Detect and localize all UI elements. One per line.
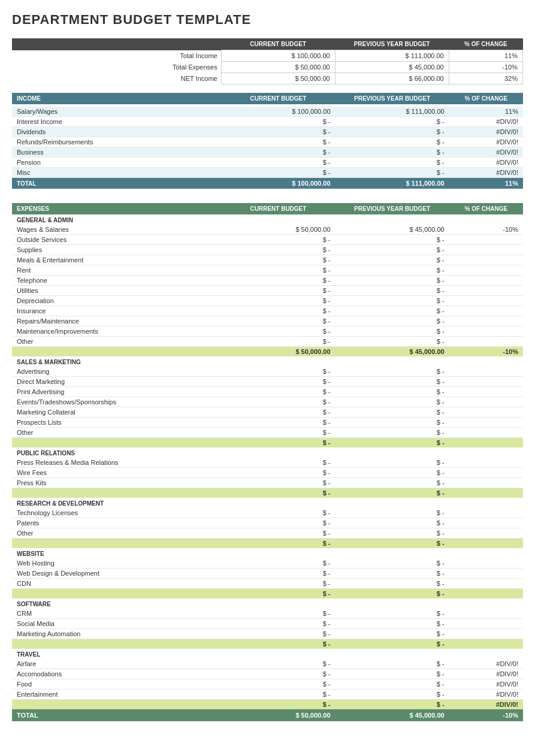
ga-repairs-change [449, 316, 523, 326]
rd-other-previous: $ - [335, 528, 449, 539]
ga-row-depreciation: Depreciation $ - $ - [12, 296, 523, 306]
web-subtotal-label [12, 589, 221, 599]
sm-print-change [449, 387, 523, 397]
ga-repairs-label: Repairs/Maintenance [12, 316, 221, 326]
tr-entertainment-previous: $ - [335, 690, 449, 700]
pr-press-label: Press Releases & Media Relations [12, 458, 221, 468]
sm-advertising-previous: $ - [335, 367, 449, 377]
income-misc-previous: $ - [335, 168, 449, 178]
ga-supplies-current: $ - [221, 245, 335, 255]
ga-row-maintenance: Maintenance/Improvements $ - $ - [12, 326, 523, 337]
sales-marketing-header: SALES & MARKETING [12, 356, 523, 367]
expenses-section-label: EXPENSES [12, 203, 221, 214]
income-row-interest: Interest Income $ - $ - #DIV/0! [12, 117, 523, 127]
sw-social-change [449, 619, 523, 629]
ga-other-change [449, 337, 523, 347]
software-label: SOFTWARE [12, 598, 523, 609]
ga-row-insurance: Insurance $ - $ - [12, 306, 523, 316]
sw-social-current: $ - [221, 619, 335, 629]
summary-change-net: 32% [449, 73, 522, 84]
sw-automation-current: $ - [221, 629, 335, 639]
tr-airfare-previous: $ - [335, 659, 449, 669]
pr-wire-change [449, 468, 523, 478]
sm-collateral-current: $ - [221, 407, 335, 418]
pr-press-change [449, 458, 523, 468]
expenses-section-header: EXPENSES CURRENT BUDGET PREVIOUS YEAR BU… [12, 203, 523, 214]
sw-subtotal-current: $ - [221, 639, 335, 649]
sm-subtotal-current: $ - [221, 438, 335, 448]
tr-airfare-change: #DIV/0! [449, 659, 523, 669]
sm-advertising-label: Advertising [12, 367, 221, 377]
pr-kits-change [449, 478, 523, 488]
web-design-previous: $ - [335, 568, 449, 579]
pr-wire-current: $ - [221, 468, 335, 478]
rd-tech-change [449, 508, 523, 518]
ga-insurance-change [449, 306, 523, 316]
income-table: INCOME CURRENT BUDGET PREVIOUS YEAR BUDG… [12, 93, 523, 189]
sm-direct-previous: $ - [335, 377, 449, 387]
ga-telephone-label: Telephone [12, 276, 221, 286]
sm-subtotal-row: $ - $ - [12, 438, 523, 448]
rd-row-patents: Patents $ - $ - [12, 518, 523, 528]
tr-entertainment-change: #DIV/0! [449, 690, 523, 700]
web-cdn-current: $ - [221, 579, 335, 589]
ga-meals-label: Meals & Entertainment [12, 255, 221, 265]
expenses-col3-header: % OF CHANGE [449, 203, 523, 214]
ga-meals-previous: $ - [335, 255, 449, 265]
sm-row-direct: Direct Marketing $ - $ - [12, 377, 523, 387]
general-admin-header: GENERAL & ADMIN [12, 214, 523, 225]
rd-tech-current: $ - [221, 508, 335, 518]
ga-depreciation-label: Depreciation [12, 296, 221, 306]
sw-automation-label: Marketing Automation [12, 629, 221, 639]
sw-row-crm: CRM $ - $ - [12, 609, 523, 619]
ga-rent-change [449, 265, 523, 276]
tr-subtotal-label [12, 700, 221, 710]
rd-subtotal-change [449, 539, 523, 549]
sm-prospects-previous: $ - [335, 418, 449, 428]
summary-label-income: Total Income [12, 50, 221, 62]
sm-direct-current: $ - [221, 377, 335, 387]
ga-utilities-previous: $ - [335, 286, 449, 296]
web-subtotal-current: $ - [221, 589, 335, 599]
summary-header-change: % OF CHANGE [449, 38, 522, 50]
travel-header: TRAVEL [12, 649, 523, 659]
summary-row-net: NET Income $ 50,000.00 $ 66,000.00 32% [12, 73, 523, 84]
web-hosting-current: $ - [221, 558, 335, 568]
web-design-label: Web Design & Development [12, 568, 221, 579]
income-salary-label: Salary/Wages [12, 107, 221, 117]
ga-outside-current: $ - [221, 235, 335, 245]
rd-subtotal-current: $ - [221, 539, 335, 549]
ga-rent-label: Rent [12, 265, 221, 276]
ga-insurance-current: $ - [221, 306, 335, 316]
software-header: SOFTWARE [12, 598, 523, 609]
ga-repairs-current: $ - [221, 316, 335, 326]
web-row-hosting: Web Hosting $ - $ - [12, 558, 523, 568]
tr-row-entertainment: Entertainment $ - $ - #DIV/0! [12, 690, 523, 700]
sm-other-current: $ - [221, 428, 335, 438]
income-interest-previous: $ - [335, 117, 449, 127]
web-subtotal-change [449, 589, 523, 599]
ga-utilities-label: Utilities [12, 286, 221, 296]
income-interest-current: $ - [221, 117, 335, 127]
web-hosting-label: Web Hosting [12, 558, 221, 568]
rd-subtotal-label [12, 539, 221, 549]
summary-current-income: $ 100,000.00 [221, 50, 335, 62]
income-salary-change: 11% [449, 107, 523, 117]
income-dividends-label: Dividends [12, 127, 221, 137]
income-row-business: Business $ - $ - #DIV/0! [12, 147, 523, 158]
pr-row-kits: Press Kits $ - $ - [12, 478, 523, 488]
summary-header-current: CURRENT BUDGET [221, 38, 335, 50]
sw-crm-change [449, 609, 523, 619]
sm-other-label: Other [12, 428, 221, 438]
expenses-grand-total-row: TOTAL $ 50,000.00 $ 45,000.00 -10% [12, 709, 523, 721]
ga-row-supplies: Supplies $ - $ - [12, 245, 523, 255]
income-misc-current: $ - [221, 168, 335, 178]
tr-row-airfare: Airfare $ - $ - #DIV/0! [12, 659, 523, 669]
website-header: WEBSITE [12, 548, 523, 558]
pr-row-wire: Wire Fees $ - $ - [12, 468, 523, 478]
summary-table: CURRENT BUDGET PREVIOUS YEAR BUDGET % OF… [12, 38, 523, 84]
sw-automation-previous: $ - [335, 629, 449, 639]
public-relations-header: PUBLIC RELATIONS [12, 447, 523, 458]
website-label: WEBSITE [12, 548, 523, 558]
rd-row-other: Other $ - $ - [12, 528, 523, 539]
